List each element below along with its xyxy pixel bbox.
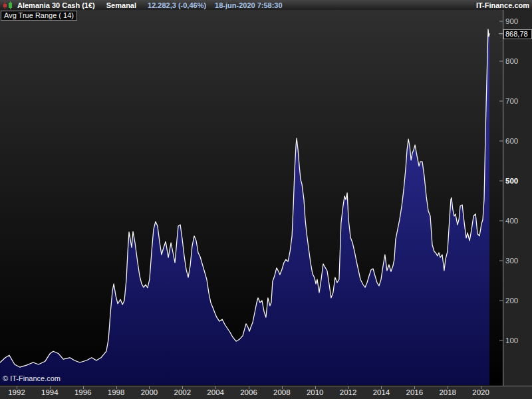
x-axis-label: 2008: [267, 388, 297, 396]
x-axis-label: 2000: [134, 388, 164, 396]
y-axis-label: 500: [505, 177, 518, 185]
atr-area-chart[interactable]: 100200300400500600700800900: [0, 10, 532, 386]
x-axis-label: 2012: [334, 388, 363, 396]
quote-datetime: 18-jun-2020 7:58:30: [215, 1, 283, 9]
chart-panel: 100200300400500600700800900 Avg True Ran…: [0, 10, 532, 386]
y-axis-label: 700: [505, 97, 518, 105]
price-axis-background[interactable]: [503, 10, 532, 386]
indicator-badge[interactable]: Avg True Range ( 14): [1, 11, 77, 21]
top-status-bar: Alemania 30 Cash (1€) Semanal 12.282,3 (…: [0, 0, 532, 10]
x-axis-label: 2016: [400, 388, 429, 396]
timeframe-label: Semanal: [106, 1, 136, 9]
x-axis-label: 2018: [433, 388, 462, 396]
watermark: © IT-Finance.com: [3, 374, 61, 382]
y-axis-label: 400: [505, 217, 518, 225]
x-axis-label: 2002: [168, 388, 197, 396]
x-axis-label: 2010: [301, 388, 330, 396]
x-axis-label: 1992: [2, 388, 31, 396]
x-axis-label: 2020: [466, 388, 495, 396]
x-axis-label: 2014: [366, 388, 396, 396]
x-axis-label: 1996: [68, 388, 98, 396]
y-axis-label: 800: [505, 57, 518, 65]
x-axis-label: 2006: [234, 388, 263, 396]
y-axis-label: 600: [505, 137, 518, 145]
y-axis-label: 300: [505, 257, 518, 265]
candlestick-icon: [2, 1, 14, 9]
time-axis[interactable]: 1992199419961998200020022004200620082010…: [0, 386, 532, 399]
x-axis-label: 1998: [102, 388, 131, 396]
y-axis-label: 200: [505, 297, 518, 305]
y-axis-label: 900: [505, 17, 518, 25]
y-axis-label: 100: [505, 336, 518, 344]
last-quote: 12.282,3 (-0,46%): [148, 1, 206, 9]
instrument-name: Alemania 30 Cash (1€): [17, 1, 95, 9]
x-axis-label: 2004: [201, 388, 230, 396]
x-axis-label: 1994: [35, 388, 65, 396]
last-value-box: 868,78: [503, 29, 532, 39]
brand-label: IT-Finance.com: [476, 1, 529, 9]
